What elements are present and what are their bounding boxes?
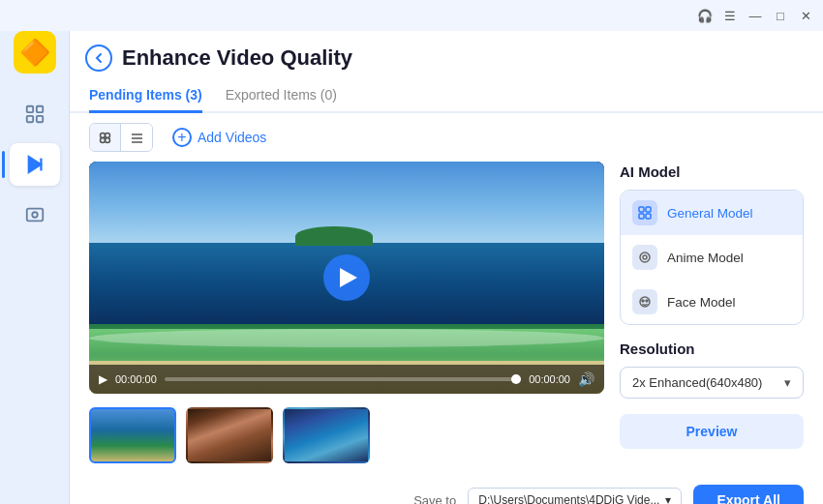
header: Enhance Video Quality [70,31,823,81]
svg-rect-0 [26,106,32,112]
page-title: Enhance Video Quality [122,45,352,71]
resolution-dropdown[interactable]: 2x Enhanced(640x480) ▾ [620,367,804,399]
thumbnail-3[interactable] [283,407,370,463]
ai-model-section: AI Model General Model [620,163,804,325]
volume-icon[interactable]: 🔊 [578,371,594,387]
toolbar: + Add Videos [70,113,823,162]
view-toggle-group [89,123,153,152]
progress-track[interactable] [165,377,521,381]
sidebar-item-tool[interactable] [10,93,60,135]
svg-point-23 [646,300,648,302]
menu-btn[interactable]: ☰ [720,6,740,25]
face-model-label: Face Model [667,295,736,310]
svg-rect-17 [639,214,644,219]
play-icon [340,268,357,287]
maximize-btn[interactable]: □ [771,6,790,25]
view-grid-btn[interactable] [90,124,121,151]
svg-rect-2 [26,116,32,122]
video-waves [89,329,604,347]
ai-model-list: General Model Anime Model [620,190,804,325]
thumbnails-list [89,403,604,467]
preview-button[interactable]: Preview [620,414,804,449]
time-total: 00:00:00 [529,373,570,385]
headphones-btn[interactable]: 🎧 [695,6,715,25]
add-videos-label: Add Videos [198,130,266,145]
add-videos-button[interactable]: + Add Videos [161,124,278,151]
face-model-icon [632,289,657,314]
close-btn[interactable]: ✕ [796,6,815,25]
model-anime[interactable]: Anime Model [621,235,803,280]
footer: Save to D:\Users\Documents\4DDiG Vide...… [70,477,823,504]
svg-rect-18 [646,214,651,219]
tab-exported[interactable]: Exported Items (0) [226,81,337,113]
svg-rect-15 [639,207,644,212]
general-model-icon [632,200,657,225]
svg-point-22 [642,300,644,302]
general-model-label: General Model [667,206,753,221]
ai-model-title: AI Model [620,163,804,180]
time-current: 00:00:00 [115,373,157,385]
save-path-text: D:\Users\Documents\4DDiG Vide... [478,493,659,504]
titlebar: 🎧 ☰ — □ ✕ [0,0,823,31]
titlebar-controls: 🎧 ☰ — □ ✕ [695,6,815,25]
resolution-value: 2x Enhanced(640x480) [632,375,762,390]
app-logo: 🔶 [14,31,56,74]
back-button[interactable] [85,44,112,72]
sidebar-item-video-enhance[interactable] [10,143,60,186]
svg-point-19 [640,252,650,262]
progress-bar-container: ▶ 00:00:00 00:00:00 🔊 [89,365,604,394]
save-path-chevron-icon: ▾ [665,493,671,504]
svg-rect-6 [26,209,43,222]
resolution-section: Resolution 2x Enhanced(640x480) ▾ [620,341,804,399]
progress-thumb[interactable] [511,374,521,384]
sidebar-item-photo[interactable] [10,193,60,236]
thumbnail-1[interactable] [89,407,176,463]
resolution-title: Resolution [620,341,804,357]
model-general[interactable]: General Model [621,191,803,235]
right-panel: AI Model General Model [620,162,804,467]
tab-pending[interactable]: Pending Items (3) [89,81,202,113]
anime-model-label: Anime Model [667,251,744,265]
save-path-selector[interactable]: D:\Users\Documents\4DDiG Vide... ▾ [468,488,682,504]
video-island [295,226,373,246]
svg-point-11 [106,137,110,142]
model-face[interactable]: Face Model [621,280,803,324]
view-list-btn[interactable] [121,124,152,151]
minimize-btn[interactable]: — [746,6,765,25]
export-all-button[interactable]: Export All [693,485,804,504]
video-player[interactable]: ▶ 00:00:00 00:00:00 🔊 [89,162,604,394]
add-icon: + [172,128,192,147]
play-small-icon[interactable]: ▶ [99,372,107,386]
svg-marker-4 [28,157,41,173]
sidebar: 🔶 [0,0,70,504]
svg-rect-3 [36,116,42,122]
play-button[interactable] [323,254,370,301]
svg-point-7 [32,212,38,218]
svg-point-20 [643,255,647,259]
save-to-label: Save to [413,493,456,505]
chevron-down-icon: ▾ [784,375,791,390]
anime-model-icon [632,245,657,270]
svg-rect-16 [646,207,651,212]
svg-rect-1 [36,106,42,112]
main-content: Enhance Video Quality Pending Items (3) … [70,0,823,504]
content-area: ▶ 00:00:00 00:00:00 🔊 [70,162,823,477]
video-section: ▶ 00:00:00 00:00:00 🔊 [89,162,604,467]
tabs-bar: Pending Items (3) Exported Items (0) [70,81,823,113]
thumbnail-2[interactable] [186,407,273,463]
